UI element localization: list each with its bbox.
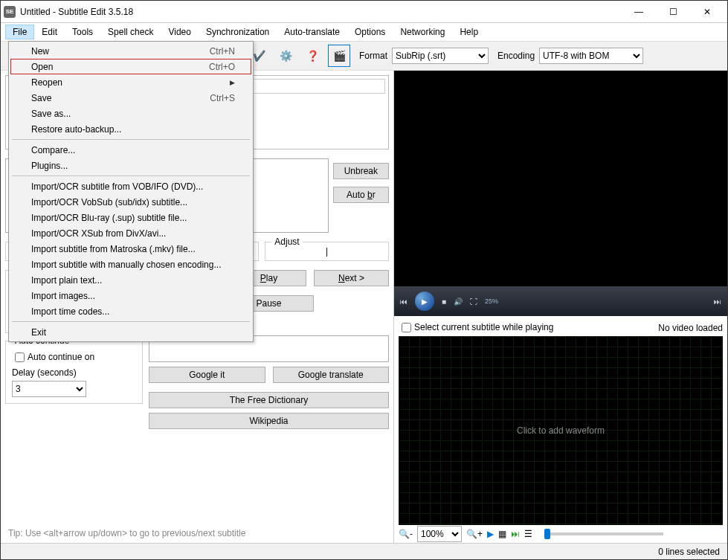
waveform-placeholder: Click to add waveform: [517, 425, 605, 436]
menu-item-import-vob[interactable]: Import/OCR subtitle from VOB/IFO (DVD)..…: [10, 178, 251, 194]
toolbar-help-icon[interactable]: ❓: [301, 45, 323, 67]
wave-grid-icon[interactable]: ▦: [498, 529, 506, 539]
stop-icon[interactable]: ■: [442, 297, 446, 306]
toolbar-video-icon[interactable]: 🎬: [328, 45, 350, 67]
close-button[interactable]: ✕: [690, 1, 724, 23]
select-playing-label: Select current subtitle while playing: [414, 322, 553, 332]
zoom-select[interactable]: 100%: [417, 526, 462, 542]
menu-tools[interactable]: Tools: [65, 25, 100, 39]
toolbar-settings-icon[interactable]: ⚙️: [274, 45, 297, 67]
window-title: Untitled - Subtitle Edit 3.5.18: [20, 7, 622, 17]
menu-item-plugins[interactable]: Plugins...: [10, 158, 251, 173]
maximize-button[interactable]: ☐: [656, 1, 690, 23]
menubar: File Edit Tools Spell check Video Synchr…: [1, 23, 727, 41]
auto-continue-checkbox[interactable]: [15, 353, 25, 362]
submenu-arrow-icon: ▶: [230, 79, 235, 86]
menu-networking[interactable]: Networking: [393, 25, 452, 39]
format-label: Format: [359, 51, 387, 61]
wikipedia-button[interactable]: Wikipedia: [149, 413, 389, 429]
app-window: SE Untitled - Subtitle Edit 3.5.18 — ☐ ✕…: [0, 0, 728, 560]
menu-item-import-vobsub[interactable]: Import/OCR VobSub (sub/idx) subtitle...: [10, 194, 251, 210]
menu-item-import-bluray[interactable]: Import/OCR Blu-ray (.sup) subtitle file.…: [10, 210, 251, 225]
auto-continue-checkbox-label: Auto continue on: [28, 352, 94, 362]
menu-item-import-timecodes[interactable]: Import time codes...: [10, 303, 251, 319]
menu-item-import-images[interactable]: Import images...: [10, 288, 251, 303]
menu-separator: [12, 139, 250, 140]
minimize-button[interactable]: —: [622, 1, 656, 23]
titlebar: SE Untitled - Subtitle Edit 3.5.18 — ☐ ✕: [1, 1, 727, 23]
menu-item-new[interactable]: NewCtrl+N: [10, 43, 251, 59]
auto-continue-group: Auto continue Auto continue on Delay (se…: [5, 341, 143, 404]
menu-item-compare[interactable]: Compare...: [10, 142, 251, 158]
menu-file[interactable]: File: [5, 25, 34, 39]
wave-play-icon[interactable]: ▶: [487, 529, 494, 539]
unbreak-button[interactable]: Unbreak: [333, 163, 389, 179]
select-playing-checkbox-row[interactable]: Select current subtitle while playing: [399, 321, 553, 335]
fullscreen-icon[interactable]: ⛶: [470, 297, 477, 306]
menu-item-reopen[interactable]: Reopen▶: [10, 74, 251, 90]
player-play-icon[interactable]: ▶: [415, 292, 434, 311]
volume-icon[interactable]: 🔊: [454, 297, 463, 306]
encoding-select[interactable]: UTF-8 with BOM: [539, 48, 643, 64]
delay-label: Delay (seconds): [12, 367, 136, 378]
delay-select[interactable]: 3: [12, 381, 86, 397]
menu-edit[interactable]: Edit: [34, 25, 65, 39]
menu-options[interactable]: Options: [347, 25, 393, 39]
menu-item-import-mkv[interactable]: Import subtitle from Matroska (.mkv) fil…: [10, 241, 251, 257]
menu-item-exit[interactable]: Exit: [10, 324, 251, 340]
menu-spellcheck[interactable]: Spell check: [100, 25, 161, 39]
menu-autotranslate[interactable]: Auto-translate: [277, 25, 347, 39]
google-translate-button[interactable]: Google translate: [273, 367, 390, 383]
right-pane: ⏮ ▶ ■ 🔊 ⛶ 25% ⏭ Select current subtitle …: [394, 71, 727, 543]
menu-item-restore[interactable]: Restore auto-backup...: [10, 121, 251, 137]
next-button[interactable]: Next >: [314, 270, 389, 286]
zoom-row: 🔍- 100% 🔍+ ▶ ▦ ⏭ ☰: [394, 525, 727, 543]
adjust-group-legend: Adjust: [271, 236, 302, 247]
wave-next-icon[interactable]: ⏭: [511, 529, 520, 539]
select-playing-checkbox[interactable]: [402, 323, 411, 332]
zoom-out-icon[interactable]: 🔍-: [399, 529, 413, 539]
menu-sync[interactable]: Synchronization: [199, 25, 277, 39]
app-icon: SE: [4, 6, 16, 18]
menu-item-import-xsub[interactable]: Import/OCR XSub from DivX/avi...: [10, 225, 251, 241]
encoding-label: Encoding: [497, 51, 535, 61]
file-menu-dropdown: NewCtrl+N OpenCtrl+O Reopen▶ SaveCtrl+S …: [8, 41, 254, 342]
wave-list-icon[interactable]: ☰: [524, 529, 532, 539]
menu-help[interactable]: Help: [452, 25, 486, 39]
menu-item-save[interactable]: SaveCtrl+S: [10, 90, 251, 106]
adjust-sep: |: [326, 246, 328, 257]
lines-selected-label: 0 lines selected: [658, 547, 720, 557]
autobr-button[interactable]: Auto br: [333, 187, 389, 203]
auto-continue-checkbox-row[interactable]: Auto continue on: [12, 350, 136, 364]
player-percent: 25%: [485, 297, 706, 305]
menu-item-import-encoding[interactable]: Import subtitle with manually chosen enc…: [10, 257, 251, 272]
zoom-in-icon[interactable]: 🔍+: [466, 529, 483, 539]
menu-video[interactable]: Video: [161, 25, 198, 39]
player-controls: ⏮ ▶ ■ 🔊 ⛶ 25% ⏭: [394, 286, 727, 316]
video-player[interactable]: ⏮ ▶ ■ 🔊 ⛶ 25% ⏭: [394, 71, 727, 316]
skip-back-icon[interactable]: ⏮: [400, 297, 408, 306]
waveform-header: Select current subtitle while playing No…: [394, 319, 727, 336]
waveform-area[interactable]: Click to add waveform: [399, 336, 723, 525]
statusbar: 0 lines selected: [1, 543, 727, 559]
menu-item-open[interactable]: OpenCtrl+O: [10, 59, 251, 74]
google-it-button[interactable]: Google it: [149, 367, 265, 383]
wave-position-slider[interactable]: [544, 532, 663, 535]
menu-separator: [12, 176, 250, 176]
menu-separator: [12, 321, 250, 322]
skip-forward-icon[interactable]: ⏭: [714, 297, 721, 306]
format-select[interactable]: SubRip (.srt): [392, 48, 489, 64]
menu-item-saveas[interactable]: Save as...: [10, 106, 251, 121]
free-dictionary-button[interactable]: The Free Dictionary: [149, 392, 389, 408]
menu-item-import-plaintext[interactable]: Import plain text...: [10, 272, 251, 288]
no-video-label: No video loaded: [658, 323, 723, 333]
tip-text: Tip: Use <alt+arrow up/down> to go to pr…: [1, 524, 393, 543]
